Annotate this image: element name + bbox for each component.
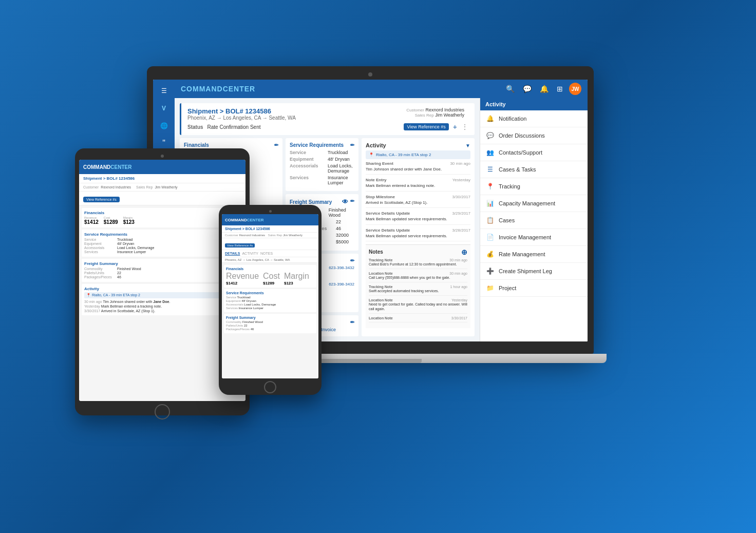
notes-header: Notes ⊕ <box>369 248 467 256</box>
phone-camera <box>269 210 272 213</box>
activity-text-4: Mark Bellman updated service requirement… <box>366 234 470 239</box>
phone-financials-title: Financials <box>226 267 314 271</box>
activity-time-3: 3/29/2017 <box>452 211 470 216</box>
notes-title: Notes <box>369 249 383 255</box>
freight-value-value: $5000 <box>336 239 349 244</box>
phone-home-button[interactable] <box>264 381 276 393</box>
grid-icon[interactable]: ⊞ <box>555 84 565 94</box>
page-header: Shipment > BOL# 1234586 Phoenix, AZ → Lo… <box>180 103 475 135</box>
phone-tab-details[interactable]: DETAILS <box>225 252 240 255</box>
phone-view-ref-button[interactable]: View Reference #s <box>225 243 255 248</box>
tablet-customer-label: Customer <box>83 185 99 189</box>
more-icon[interactable]: ⋮ <box>461 123 468 131</box>
right-menu-label-10: Project <box>499 285 516 291</box>
tablet-services-label: Services <box>84 250 115 254</box>
tablet-commodity-row: CommodityFinished Wood <box>84 267 240 271</box>
tablet-ref-row: View Reference #s <box>79 192 245 205</box>
tablet-pinned: 📍 Rialto, CA - 39 min ETA stop 2 <box>84 292 240 298</box>
note-time-3: Yesterday <box>451 298 467 302</box>
phone-logo: COMMANDCENTER <box>225 218 264 222</box>
right-menu-icon-10: 📁 <box>485 283 495 293</box>
tablet-pallets-label: Pallets/Units <box>84 271 115 275</box>
add-icon[interactable]: + <box>453 123 457 131</box>
right-menu-label-3: Cases & Tasks <box>499 166 536 173</box>
fulfillment-edit-icon[interactable]: ✏ <box>350 258 354 263</box>
right-menu-label-9: Create Shipment Leg <box>499 268 552 274</box>
freight-pallets-value: 22 <box>336 219 341 224</box>
activity-meta-4: Service Details Update 3/28/2017 <box>366 228 470 233</box>
phone-accessorials-label: Accessorials <box>226 303 244 306</box>
service-row-equipment: Equipment 48' Dryvan <box>290 157 354 162</box>
activity-entry-0: Sharing Event 30 min ago Tim Johnson sha… <box>366 161 470 175</box>
phone-app: COMMANDCENTER Shipment > BOL# 1234586 Cu… <box>222 214 318 378</box>
right-menu-icon-5: 📊 <box>485 199 495 208</box>
note-type-1: Location Note <box>369 272 393 275</box>
pin-icon: 📍 <box>369 153 374 157</box>
notes-add-icon[interactable]: ⊕ <box>461 248 467 256</box>
documents-edit-icon[interactable]: ✏ <box>350 319 354 325</box>
search-icon[interactable]: 🔍 <box>504 84 517 94</box>
right-menu-icon-2: 👥 <box>485 148 495 157</box>
sidebar-icon-menu[interactable]: ☰ <box>157 84 171 98</box>
service-service-value: Truckload <box>328 150 348 155</box>
right-menu-item-7[interactable]: 📄Invoice Management <box>480 229 588 246</box>
phone-route: Phoenix, AZ → Los Angeles, CA → Seattle,… <box>222 257 318 263</box>
right-menu-item-5[interactable]: 📊Capacity Management <box>480 195 588 212</box>
chat-icon[interactable]: 💬 <box>521 84 534 94</box>
freight-edit-icon[interactable]: ✏ <box>350 198 354 205</box>
phone-commodity-label: Commodity <box>226 320 242 323</box>
pinned-item: 📍 Rialto, CA - 39 min ETA stop 2 <box>366 150 470 159</box>
tablet-financials-title: Financials <box>84 211 240 215</box>
right-menu-item-3[interactable]: ☰Cases & Tasks <box>480 161 588 178</box>
right-menu-item-0[interactable]: 🔔Notification <box>480 110 588 127</box>
right-menu-item-10[interactable]: 📁Project <box>480 280 588 297</box>
note-text-0: Called Bob's Furniture at 12:30 to confi… <box>369 262 467 266</box>
right-menu-label-0: Notification <box>499 116 526 122</box>
phone-tab-notes[interactable]: NOTES <box>260 252 273 255</box>
sidebar-icon-globe[interactable]: 🌐 <box>157 119 171 133</box>
note-meta-2: Tracking Note 1 hour ago <box>369 285 467 289</box>
right-menu-item-8[interactable]: 💰Rate Management <box>480 246 588 263</box>
right-menu-item-9[interactable]: ➕Create Shipment Leg <box>480 263 588 280</box>
user-avatar[interactable]: JW <box>569 83 581 95</box>
activity-entry-3: Service Details Update 3/29/2017 Mark Be… <box>366 211 470 224</box>
note-time-4: 3/30/2017 <box>451 316 467 320</box>
phone-packages-label: Packages/Pieces <box>226 328 251 331</box>
financials-label: Financials <box>184 142 209 148</box>
right-menu-item-1[interactable]: 💬Order Discussions <box>480 127 588 144</box>
activity-time-4: 3/28/2017 <box>452 228 470 233</box>
pinned-text: Rialto, CA - 39 min ETA stop 2 <box>376 153 431 157</box>
tablet-breadcrumb: Shipment > BOL# 1234586 <box>79 174 245 183</box>
tablet-home-button[interactable] <box>155 404 170 420</box>
activity-filter-icon[interactable]: ▼ <box>465 143 470 148</box>
right-menu-item-2[interactable]: 👥Contacts/Support <box>480 144 588 161</box>
activity-text-3: Mark Bellman updated service requirement… <box>366 217 470 222</box>
sidebar-icon-v[interactable]: V <box>157 101 171 116</box>
tablet-view-ref-button[interactable]: View Reference #s <box>83 197 120 202</box>
phone-tab-activity[interactable]: ACTIVITY <box>242 252 258 255</box>
note-text-2: Swift accepted automated tracking servic… <box>369 289 467 293</box>
phone-revenue-label: Revenue <box>226 272 259 280</box>
right-menu-item-6[interactable]: 📋Cases <box>480 212 588 229</box>
logo-command: COMMAND <box>181 85 223 93</box>
note-item-0: Tracking Note 30 min ago Called Bob's Fu… <box>369 258 467 269</box>
ref-button[interactable]: View Reference #s <box>404 123 448 130</box>
right-menu-icon-0: 🔔 <box>485 114 495 123</box>
phone-screen: COMMANDCENTER Shipment > BOL# 1234586 Cu… <box>222 214 318 378</box>
activity-text-0: Tim Johnson shared order with Jane Doe. <box>366 167 470 172</box>
note-type-3: Location Note <box>369 298 393 302</box>
activity-time-2: 3/30/2017 <box>452 195 470 199</box>
phone-fin-row: Revenue$1412 Cost$1289 Margin$123 <box>226 272 314 285</box>
service-edit-icon[interactable]: ✏ <box>350 142 354 148</box>
tablet-equipment-row: Equipment48' Dryvan <box>84 242 240 245</box>
activity-type-1: Note Entry <box>366 178 386 182</box>
activity-meta-3: Service Details Update 3/29/2017 <box>366 211 470 216</box>
note-meta-1: Location Note 30 min ago <box>369 272 467 275</box>
right-menu-item-4[interactable]: 📍Tracking <box>480 178 588 195</box>
note-text-3: Need to get contact for gate. Called tod… <box>369 302 467 311</box>
freight-eye-icon[interactable]: 👁 <box>342 198 348 205</box>
tablet-equipment-label: Equipment <box>84 242 115 245</box>
notification-icon[interactable]: 🔔 <box>538 84 551 94</box>
financials-edit-icon[interactable]: ✏ <box>274 142 278 148</box>
tablet-margin: Margin$123 <box>123 216 135 225</box>
